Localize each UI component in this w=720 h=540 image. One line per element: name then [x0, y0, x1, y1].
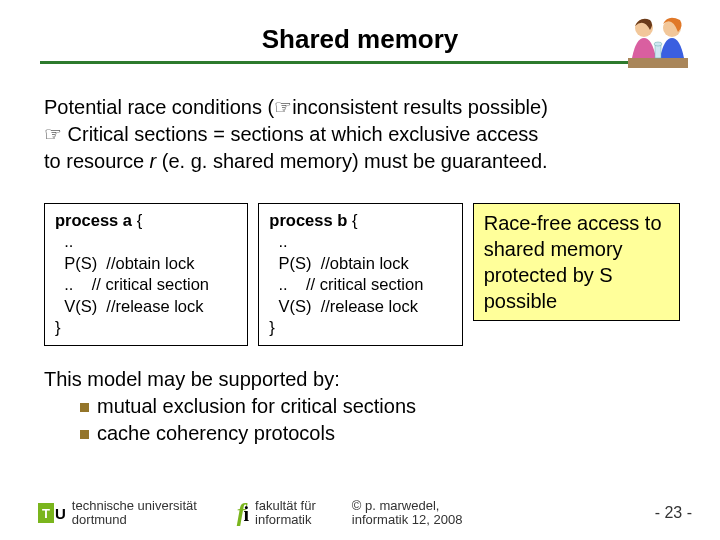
intro-text: Potential race conditions (☞inconsistent… [44, 94, 680, 175]
footer-fak1: fakultät für [255, 499, 316, 513]
after-b2-text: cache coherency protocols [97, 422, 335, 444]
process-a-box: process a { .. P(S) //obtain lock .. // … [44, 203, 248, 346]
tu-logo-icon: TU [38, 503, 66, 523]
proc-b-l3: .. // critical section [269, 274, 451, 295]
fi-logo-icon: fi [237, 498, 249, 528]
title-row: Shared memory [40, 18, 680, 55]
footer-uni2: dortmund [72, 513, 197, 527]
proc-a-l3: .. // critical section [55, 274, 237, 295]
footer: TU technische universität dortmund fi fa… [0, 498, 720, 528]
proc-a-l2: P(S) //obtain lock [55, 253, 237, 274]
note-box: Race-free access to shared memory protec… [473, 203, 680, 321]
slide: Shared memory Potential race conditions … [0, 0, 720, 540]
footer-fak2: informatik [255, 513, 316, 527]
proc-a-header: process a { [55, 210, 237, 231]
footer-copy2: informatik 12, 2008 [352, 513, 463, 527]
process-b-box: process b { .. P(S) //obtain lock .. // … [258, 203, 462, 346]
proc-b-l4: V(S) //release lock [269, 296, 451, 317]
proc-a-l1: .. [55, 231, 237, 252]
illustration-people-icon [626, 14, 690, 70]
intro-l3b: (e. g. shared memory) must be guaranteed… [156, 150, 547, 172]
proc-b-close: } [269, 317, 451, 338]
after-bullet-1: mutual exclusion for critical sections [80, 393, 680, 420]
footer-fak-text: fakultät für informatik [255, 499, 316, 528]
bullet-square-icon [80, 430, 89, 439]
after-b1-text: mutual exclusion for critical sections [97, 395, 416, 417]
intro-l3a: to resource [44, 150, 150, 172]
pointer-icon: ☞ [274, 96, 292, 118]
after-lead: This model may be supported by: [44, 366, 680, 393]
slide-title: Shared memory [40, 18, 680, 55]
intro-l1b: inconsistent results possible) [292, 96, 548, 118]
bullet-square-icon [80, 403, 89, 412]
footer-page-number: - 23 - [655, 504, 692, 522]
footer-uni-text: technische universität dortmund [72, 499, 197, 528]
proc-b-header: process b { [269, 210, 451, 231]
footer-faculty: fi fakultät für informatik [237, 498, 316, 528]
footer-copyright: © p. marwedel, informatik 12, 2008 [352, 499, 463, 528]
proc-a-close: } [55, 317, 237, 338]
svg-rect-0 [628, 58, 688, 68]
proc-b-l2: P(S) //obtain lock [269, 253, 451, 274]
intro-l1a: Potential race conditions ( [44, 96, 274, 118]
footer-uni1: technische universität [72, 499, 197, 513]
proc-a-l4: V(S) //release lock [55, 296, 237, 317]
proc-b-l1: .. [269, 231, 451, 252]
after-bullet-2: cache coherency protocols [80, 420, 680, 447]
code-blocks-row: process a { .. P(S) //obtain lock .. // … [44, 203, 680, 346]
pointer-icon: ☞ [44, 123, 62, 145]
footer-university: TU technische universität dortmund [38, 499, 197, 528]
intro-l2: Critical sections = sections at which ex… [62, 123, 538, 145]
footer-copy1: © p. marwedel, [352, 499, 463, 513]
svg-point-4 [654, 42, 662, 46]
title-divider [40, 61, 680, 64]
after-text: This model may be supported by: mutual e… [44, 366, 680, 447]
